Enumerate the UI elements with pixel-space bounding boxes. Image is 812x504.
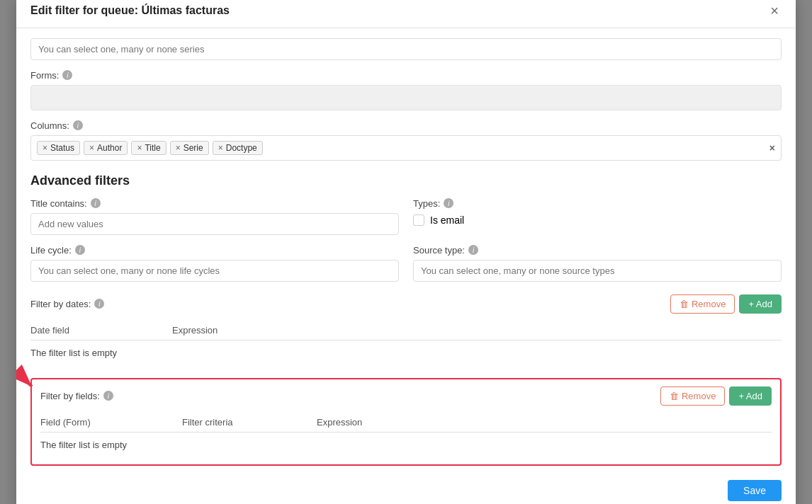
types-info-icon: i (444, 198, 453, 208)
remove-trash-icon: 🗑 (680, 299, 689, 309)
filter-by-fields-table-header: Field (Form) Filter criteria Expression (40, 413, 772, 433)
filter-by-dates-table-header: Date field Expression (30, 321, 782, 340)
title-contains-label: Title contains: i (30, 198, 399, 209)
filter-by-fields-empty: The filter list is empty (40, 433, 772, 457)
source-type-info-icon: i (468, 245, 478, 255)
modal: Edit filter for queue: Últimas facturas … (16, 0, 796, 504)
fields-remove-trash-icon: 🗑 (670, 391, 679, 401)
forms-label: Forms: i (30, 70, 782, 81)
types-label: Types: i (413, 198, 782, 209)
types-col: Types: i Is email (413, 198, 782, 235)
title-contains-col: Title contains: i (30, 198, 399, 235)
tag-status: × Status (37, 141, 80, 155)
filter-by-dates-add-button[interactable]: + Add (739, 294, 782, 314)
columns-info-icon: i (73, 120, 83, 130)
is-email-checkbox[interactable] (413, 214, 424, 226)
filter-by-fields-add-button[interactable]: + Add (729, 386, 772, 406)
filter-by-dates-remove-button[interactable]: 🗑 Remove (670, 294, 735, 314)
advanced-filters-title: Advanced filters (30, 173, 782, 188)
columns-tags-container[interactable]: × Status × Author × Title × Serie (30, 135, 782, 161)
filter-by-fields-actions: 🗑 Remove + Add (660, 386, 772, 406)
tag-author: × Author (84, 141, 128, 155)
advanced-filters-row2: Life cycle: i Source type: i (30, 245, 782, 282)
source-type-input[interactable] (413, 260, 782, 282)
forms-row: Forms: i (30, 70, 782, 110)
close-button[interactable]: × (767, 4, 782, 18)
modal-footer: Save (16, 473, 796, 505)
filter-by-dates-info-icon: i (94, 299, 104, 309)
filter-by-dates-header: Filter by dates: i 🗑 Remove + Add (30, 294, 782, 314)
series-row (30, 38, 782, 60)
is-email-row: Is email (413, 214, 782, 226)
fields-col-expression: Expression (317, 417, 772, 428)
is-email-label: Is email (430, 214, 464, 226)
tag-status-remove[interactable]: × (43, 144, 47, 152)
title-contains-input[interactable] (30, 213, 399, 235)
columns-row: Columns: i × Status × Author × Title (30, 120, 782, 161)
tag-doctype: × Doctype (213, 141, 263, 155)
tag-serie: × Serie (170, 141, 209, 155)
filter-by-fields-info-icon: i (103, 391, 113, 401)
advanced-filters-row1: Title contains: i Types: i Is email (30, 198, 782, 235)
forms-info-icon: i (62, 70, 72, 80)
fields-col-field-form: Field (Form) (40, 417, 182, 428)
filter-by-fields-section: Filter by fields: i 🗑 Remove + Add (30, 378, 782, 466)
life-cycle-label: Life cycle: i (30, 245, 399, 256)
life-cycle-input[interactable] (30, 260, 399, 282)
life-cycle-col: Life cycle: i (30, 245, 399, 282)
filter-by-dates-section: Filter by dates: i 🗑 Remove + Add (30, 294, 782, 365)
tag-title: × Title (131, 141, 166, 155)
filter-by-dates-actions: 🗑 Remove + Add (670, 294, 782, 314)
filter-by-fields-label: Filter by fields: i (40, 391, 113, 401)
modal-overlay: Edit filter for queue: Últimas facturas … (0, 0, 812, 504)
filter-by-fields-header: Filter by fields: i 🗑 Remove + Add (40, 386, 772, 406)
tag-serie-remove[interactable]: × (176, 144, 181, 152)
tag-title-remove[interactable]: × (137, 144, 142, 152)
fields-col-filter-criteria: Filter criteria (182, 417, 317, 428)
save-button[interactable]: Save (728, 480, 782, 501)
filter-by-fields-remove-button[interactable]: 🗑 Remove (660, 386, 725, 406)
modal-title: Edit filter for queue: Últimas facturas (30, 4, 230, 17)
tag-author-remove[interactable]: × (89, 144, 94, 152)
filter-by-dates-label: Filter by dates: i (30, 299, 104, 309)
dates-col-expression: Expression (172, 325, 782, 336)
tags-clear-button[interactable]: × (769, 142, 775, 154)
source-type-label: Source type: i (413, 245, 782, 256)
modal-body: Forms: i Columns: i × Status × (16, 28, 796, 473)
filter-by-dates-empty: The filter list is empty (30, 340, 782, 365)
columns-label: Columns: i (30, 120, 782, 131)
life-cycle-info-icon: i (75, 245, 85, 255)
tag-doctype-remove[interactable]: × (218, 144, 223, 152)
series-input[interactable] (30, 38, 782, 60)
modal-header: Edit filter for queue: Últimas facturas … (16, 0, 796, 28)
forms-input[interactable] (30, 85, 782, 110)
source-type-col: Source type: i (413, 245, 782, 282)
title-contains-info-icon: i (91, 198, 101, 208)
dates-col-date-field: Date field (30, 325, 172, 336)
